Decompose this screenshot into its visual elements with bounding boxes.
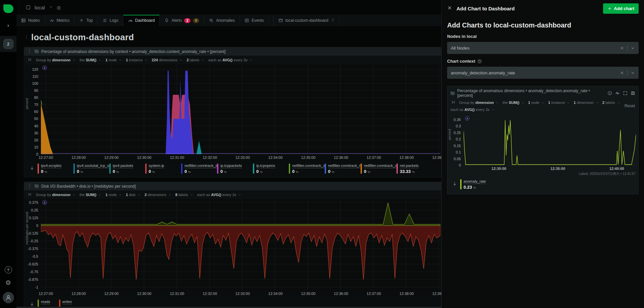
controls-segment[interactable]: each as AVG() every 3s bbox=[197, 193, 242, 197]
x-tick-label: 12:32:00 bbox=[203, 156, 217, 160]
legend-item-netfilter.conntrack_search[interactable]: netfilter.conntrack_search0 % bbox=[181, 164, 217, 174]
chevron-down-icon[interactable] bbox=[631, 46, 635, 50]
tab-alerts[interactable]: Alerts20 bbox=[160, 15, 204, 26]
save-icon[interactable] bbox=[631, 91, 635, 96]
x-tick-label: 12:35:00 bbox=[301, 156, 316, 160]
controls-segment[interactable]: the SUM() bbox=[502, 101, 525, 105]
legend-item-ipv4.sockstat_tcp_sockets[interactable]: ipv4.sockstat_tcp_sockets0 % bbox=[73, 164, 109, 174]
anomaly-rate-toggle-icon[interactable]: ∧ bbox=[42, 200, 47, 205]
controls-segment[interactable]: 2 dimensions bbox=[145, 193, 172, 197]
netdata-flag-icon bbox=[35, 50, 39, 53]
help-icon[interactable]: ? bbox=[5, 266, 12, 273]
add-chart-button[interactable]: Add chart bbox=[603, 3, 639, 14]
controls-segment[interactable]: 2 labels bbox=[186, 58, 205, 62]
tab-metrics[interactable]: Metrics bbox=[45, 15, 75, 26]
legend-item-netfilter.conntrack_sockets[interactable]: netfilter.conntrack_sockets0 % bbox=[289, 164, 325, 174]
chart-drag-handle-icon[interactable] bbox=[27, 48, 32, 54]
tab-drag-handle-icon[interactable] bbox=[331, 18, 335, 22]
settings-gear-icon[interactable]: ⚙ bbox=[5, 280, 11, 286]
tab-top[interactable]: Top bbox=[74, 15, 98, 26]
tab-events[interactable]: Events bbox=[240, 15, 269, 26]
legend-item-ipv4.ecnpkts[interactable]: ipv4.ecnpkts0 % bbox=[38, 164, 73, 174]
fullscreen-icon[interactable] bbox=[623, 91, 628, 96]
controls-segment[interactable]: the SUM() bbox=[79, 58, 102, 62]
y-tick-label: -0.375 bbox=[28, 247, 38, 251]
close-icon[interactable] bbox=[447, 5, 452, 12]
y-tick-label: 0.05 bbox=[454, 157, 461, 161]
legend-item-ipv4.packets[interactable]: ipv4.packets0 % bbox=[109, 164, 145, 174]
tab-anomalies[interactable]: Anomalies bbox=[204, 15, 240, 26]
controls-segment[interactable]: each as AVG() every 3s bbox=[450, 108, 495, 112]
space-name[interactable]: local bbox=[35, 5, 45, 10]
y-tick-label: 20 bbox=[34, 138, 38, 142]
controls-segment[interactable]: the SUM() bbox=[79, 193, 102, 197]
context-select[interactable]: anomaly_detection.anomaly_rate bbox=[447, 67, 639, 79]
anomaly-rate-toggle-icon[interactable]: ∧ bbox=[465, 116, 470, 121]
space-chevron-down-icon[interactable] bbox=[49, 5, 53, 9]
tab-local-custom-dashboard[interactable]: local-custom-dashboard bbox=[273, 15, 340, 26]
legend-sort-icon[interactable] bbox=[26, 300, 38, 307]
clear-icon[interactable] bbox=[620, 46, 624, 50]
space-settings-gear-icon[interactable]: ⚙ bbox=[57, 5, 62, 10]
sidebar-expand-icon[interactable]: › bbox=[7, 22, 9, 28]
chart-drag-handle-icon[interactable] bbox=[27, 183, 32, 188]
space-badge[interactable]: 2 bbox=[3, 39, 13, 49]
controls-segment[interactable]: 1 instance bbox=[548, 101, 570, 105]
controls-segment[interactable]: 1 instance bbox=[126, 58, 148, 62]
x-tick-label: 12:30:00 bbox=[491, 167, 506, 171]
y-tick-label: -0.75 bbox=[30, 270, 38, 274]
legend-sort-icon[interactable] bbox=[26, 164, 38, 171]
x-tick-label: 12:37:00 bbox=[367, 156, 381, 160]
controls-segment[interactable]: 1 node bbox=[528, 101, 545, 105]
space-icon[interactable] bbox=[25, 5, 31, 10]
controls-segment[interactable]: 2 labels bbox=[602, 101, 621, 105]
controls-segment[interactable]: Group by dimension bbox=[459, 101, 499, 105]
netdata-logo-icon[interactable] bbox=[3, 4, 13, 13]
user-avatar[interactable] bbox=[3, 292, 14, 303]
legend-item-ip.tcpopens[interactable]: ip.tcpopens0 % bbox=[253, 164, 289, 174]
tab-dashboard[interactable]: Dashboard bbox=[123, 15, 160, 26]
y-tick-label: 0.15 bbox=[454, 144, 461, 148]
controls-segment[interactable]: 1 node bbox=[105, 193, 122, 197]
y-tick-label: 0.25 bbox=[454, 131, 461, 135]
controls-segment[interactable]: 8 labels bbox=[175, 193, 194, 197]
tab-nodes[interactable]: Nodes bbox=[16, 15, 45, 26]
preview-plot-area[interactable]: 0.350.30.250.20.150.10.050 percent ∧ bbox=[464, 115, 636, 165]
legend-item-anomaly_rate[interactable]: anomaly_rate0.23 % bbox=[460, 179, 496, 190]
controls-segment[interactable]: 1 dimension bbox=[574, 101, 599, 105]
controls-segment[interactable]: 224 dimensions bbox=[152, 58, 183, 62]
controls-expand-icon[interactable] bbox=[27, 57, 32, 62]
controls-segment[interactable]: 1 disk bbox=[126, 193, 141, 197]
x-tick-label: 12:35:00 bbox=[550, 167, 565, 171]
controls-expand-icon[interactable] bbox=[450, 100, 456, 105]
chart-plot-area[interactable]: 1201101009080706050403020100 percent ∧ bbox=[41, 64, 440, 154]
horizontal-scrollbar[interactable] bbox=[16, 307, 441, 308]
legend-sort-icon[interactable] bbox=[449, 179, 460, 186]
clear-icon[interactable] bbox=[620, 71, 624, 75]
bell-icon bbox=[164, 18, 169, 23]
reset-button[interactable]: Reset bbox=[625, 104, 635, 108]
controls-segment[interactable]: each as AVG() every 3s bbox=[208, 58, 253, 62]
legend-item-ip.tcppackets[interactable]: ip.tcppackets0 % bbox=[217, 164, 253, 174]
help-circle-icon[interactable] bbox=[477, 59, 482, 64]
tab-logs[interactable]: Logs bbox=[98, 15, 123, 26]
legend-item-netfilter.conntrack_new[interactable]: netfilter.conntrack_new0 % bbox=[325, 164, 361, 174]
controls-segment[interactable]: Group by dimension bbox=[36, 58, 76, 62]
chevron-down-icon[interactable] bbox=[631, 71, 635, 75]
anomaly-rate-toggle-icon[interactable]: ∧ bbox=[42, 65, 47, 70]
controls-expand-icon[interactable] bbox=[27, 192, 32, 197]
controls-segment[interactable]: 1 node bbox=[105, 58, 122, 62]
legend-item-net.packets[interactable]: net.packets33.33 % bbox=[396, 164, 432, 174]
info-icon[interactable] bbox=[607, 91, 612, 96]
controls-segment[interactable]: Group by dimension bbox=[36, 193, 76, 197]
events-icon bbox=[245, 18, 249, 23]
nodes-select[interactable]: All Nodes bbox=[447, 42, 639, 54]
y-tick-label: 0.3 bbox=[456, 124, 461, 128]
legend-item-netfilter.conntrack_changes[interactable]: netfilter.conntrack_changes0 % bbox=[361, 164, 396, 174]
chart-disk-io: Disk I/O Bandwidth • disk.io • [mebibyte… bbox=[24, 182, 441, 308]
legend-item-system.ip[interactable]: system.ip0 % bbox=[145, 164, 181, 174]
chart-plot-area[interactable]: 0.3750.250.1250-0.125-0.25-0.375-0.5-0.6… bbox=[41, 199, 440, 290]
latest-timestamp: Latest: 2025年6月07日周六 • 12:41:57 bbox=[447, 171, 638, 176]
title-drag-handle-icon[interactable] bbox=[24, 34, 29, 40]
anomalies-icon[interactable] bbox=[615, 91, 620, 96]
